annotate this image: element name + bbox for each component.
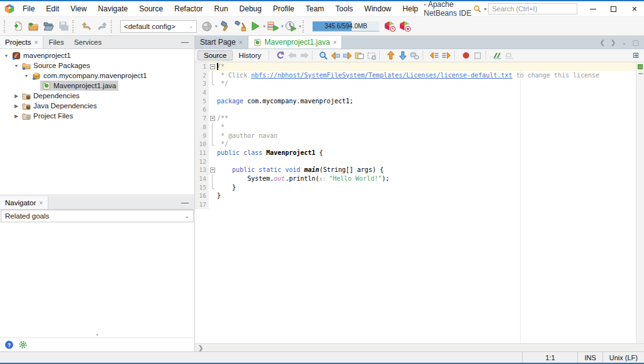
menu-view[interactable]: View <box>65 3 92 15</box>
tree-chevron-icon[interactable]: ▶ <box>13 93 20 99</box>
insert-mode-status[interactable]: INS <box>577 352 602 363</box>
line-ending-status[interactable]: Unix (LF) <box>602 352 644 363</box>
code-line-content[interactable]: /* <box>209 62 636 71</box>
error-stripe[interactable] <box>636 62 644 343</box>
code-line-content[interactable]: public class Mavenproject1 { <box>209 149 636 157</box>
find-previous-icon[interactable] <box>330 50 341 61</box>
code-line-content[interactable]: } <box>209 183 636 192</box>
menu-help[interactable]: Help <box>397 3 424 15</box>
menu-team[interactable]: Team <box>300 3 330 15</box>
menu-tools[interactable]: Tools <box>330 3 358 15</box>
tree-row[interactable]: ▶Project Files <box>0 111 194 121</box>
tree-item[interactable]: com.mycompany.mavenproject1 <box>30 71 149 81</box>
tree-item[interactable]: Project Files <box>20 111 75 121</box>
fold-toggle-icon[interactable] <box>209 166 217 174</box>
scroll-tabs-right-icon[interactable]: ❯ <box>611 39 616 46</box>
code-line[interactable]: 8 * <box>195 123 636 132</box>
code-line[interactable]: 17 <box>195 200 636 209</box>
toggle-bookmark-icon[interactable] <box>409 50 421 61</box>
collapse-handle-icon[interactable]: ▾ <box>0 333 194 338</box>
tab-navigator[interactable]: Navigator × <box>0 196 48 209</box>
expand-output-icon[interactable]: ❯ <box>198 344 203 351</box>
find-selection-icon[interactable] <box>318 50 330 61</box>
code-line[interactable]: 16} <box>195 191 636 200</box>
tree-item[interactable]: Mavenproject1.java <box>40 81 118 91</box>
code-line-content[interactable]: * <box>209 123 636 132</box>
menu-window[interactable]: Window <box>358 3 397 15</box>
toggle-highlight-icon[interactable] <box>353 50 365 61</box>
menu-debug[interactable]: Debug <box>234 3 267 15</box>
search-icon[interactable] <box>473 4 482 13</box>
shift-right-icon[interactable] <box>440 50 452 61</box>
code-text[interactable]: */ <box>217 140 228 149</box>
maximize-button[interactable] <box>603 1 624 16</box>
find-next-icon[interactable] <box>341 50 353 61</box>
code-line-content[interactable] <box>209 88 636 97</box>
code-line-content[interactable] <box>209 200 636 209</box>
source-view-button[interactable]: Source <box>197 50 233 60</box>
code-line[interactable]: 2 * Click nbfs://nbhost/SystemFileSystem… <box>195 71 636 80</box>
tree-chevron-icon[interactable]: ▼ <box>23 74 30 78</box>
code-line[interactable]: 15 } <box>195 183 636 192</box>
tab-services[interactable]: Services <box>69 36 107 48</box>
code-line-content[interactable]: * Click nbfs://nbhost/SystemFileSystem/T… <box>209 71 636 80</box>
shift-left-icon[interactable] <box>428 50 440 61</box>
save-all-button[interactable] <box>56 19 71 34</box>
profile-project-button[interactable] <box>284 19 299 34</box>
toolbar-grip[interactable] <box>303 20 307 33</box>
memory-usage-bar[interactable]: 345.6/594.0MB <box>313 21 379 31</box>
toolbar-grip[interactable] <box>111 20 115 33</box>
code-line[interactable]: 5package com.mycompany.mavenproject1; <box>195 97 636 106</box>
code-editor-surface[interactable]: 1/*2 * Click nbfs://nbhost/SystemFileSys… <box>195 62 636 343</box>
code-line-content[interactable]: */ <box>209 140 636 149</box>
close-icon[interactable]: × <box>333 39 337 46</box>
code-line[interactable]: 1/* <box>195 62 636 71</box>
code-text[interactable]: * Click nbfs://nbhost/SystemFileSystem/T… <box>217 71 599 80</box>
menu-run[interactable]: Run <box>209 3 234 15</box>
last-edit-location-icon[interactable] <box>274 50 286 61</box>
help-icon[interactable]: ? <box>4 340 14 350</box>
profile-ide-icon[interactable] <box>382 19 397 34</box>
code-line-content[interactable]: System.out.println(x: "Hello World!"); <box>209 174 636 183</box>
menu-source[interactable]: Source <box>133 3 169 15</box>
undo-button[interactable] <box>79 19 94 34</box>
tree-row[interactable]: ▶Dependencies <box>0 91 194 101</box>
code-line[interactable]: 14 System.out.println(x: "Hello World!")… <box>195 174 636 183</box>
code-line[interactable]: 9 * @author navan <box>195 132 636 140</box>
code-text[interactable]: * @author navan <box>217 132 277 140</box>
code-line[interactable]: 4 <box>195 88 636 97</box>
code-text[interactable]: package com.mycompany.mavenproject1; <box>217 97 353 106</box>
menu-profile[interactable]: Profile <box>267 3 300 15</box>
start-macro-recording-icon[interactable] <box>460 50 472 61</box>
maximize-editor-icon[interactable]: ▢ <box>633 38 639 47</box>
history-view-button[interactable]: History <box>233 50 267 60</box>
set-configuration-icon[interactable] <box>199 19 214 34</box>
tab-list-dropdown-icon[interactable]: ⌄ <box>621 39 626 46</box>
tree-row[interactable]: Mavenproject1.java <box>0 81 194 91</box>
code-text[interactable]: } <box>217 183 236 192</box>
settings-gear-icon[interactable] <box>18 340 28 350</box>
code-text[interactable]: */ <box>217 79 228 88</box>
tree-item[interactable]: Source Packages <box>20 60 92 71</box>
project-configuration-select[interactable]: <default config>⌄ <box>120 20 197 33</box>
code-line[interactable]: 3 */ <box>195 79 636 88</box>
profile-ide-record-icon[interactable] <box>397 19 413 34</box>
code-text[interactable]: public class Mavenproject1 { <box>217 149 323 157</box>
close-button[interactable]: ✕ <box>624 1 644 16</box>
tree-chevron-icon[interactable]: ▼ <box>13 64 20 68</box>
code-line[interactable]: 6 <box>195 105 636 114</box>
stop-macro-recording-icon[interactable] <box>472 50 484 61</box>
close-icon[interactable]: × <box>239 39 243 46</box>
code-line-content[interactable]: package com.mycompany.mavenproject1; <box>209 97 636 106</box>
profile-caret[interactable]: ▾ <box>299 24 302 29</box>
minimize-button[interactable] <box>582 1 603 16</box>
code-line[interactable]: 11public class Mavenproject1 { <box>195 149 636 157</box>
editor-tab-mavenproject1-java[interactable]: Mavenproject1.java× <box>248 36 343 48</box>
back-icon[interactable] <box>286 50 298 61</box>
scroll-tabs-left-icon[interactable]: ❮ <box>599 39 604 46</box>
minimize-panel-icon[interactable]: — <box>175 196 194 209</box>
code-line[interactable]: 13 public static void main(String[] args… <box>195 166 636 174</box>
tab-projects[interactable]: Projects× <box>0 36 43 48</box>
code-line-content[interactable]: /** <box>209 114 636 123</box>
code-line[interactable]: 12 <box>195 157 636 166</box>
